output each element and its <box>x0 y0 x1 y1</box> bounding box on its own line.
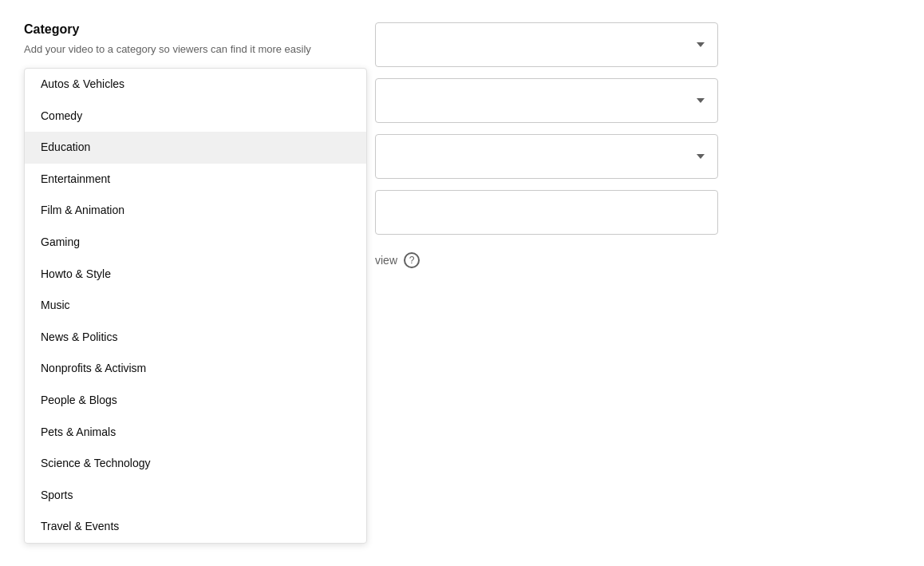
category-section: Category Add your video to a category so… <box>0 0 924 566</box>
category-dropdown-list[interactable]: Autos & VehiclesComedyEducationEntertain… <box>24 68 367 544</box>
category-item-gaming[interactable]: Gaming <box>25 227 366 259</box>
category-item-entertainment[interactable]: Entertainment <box>25 164 366 196</box>
category-item-pets-animals[interactable]: Pets & Animals <box>25 417 366 449</box>
category-item-howto-style[interactable]: Howto & Style <box>25 259 366 291</box>
chevron-down-icon-2 <box>697 98 705 103</box>
category-item-sports[interactable]: Sports <box>25 480 366 512</box>
chevron-down-icon-1 <box>697 42 705 47</box>
select-box-3[interactable] <box>375 134 718 179</box>
preview-text: view <box>375 254 397 267</box>
category-item-science-technology[interactable]: Science & Technology <box>25 448 366 480</box>
category-item-people-blogs[interactable]: People & Blogs <box>25 385 366 417</box>
right-panel: view ? <box>375 22 718 268</box>
category-item-comedy[interactable]: Comedy <box>25 101 366 133</box>
category-item-music[interactable]: Music <box>25 290 366 322</box>
preview-row: view ? <box>375 252 718 268</box>
category-item-nonprofits-activism[interactable]: Nonprofits & Activism <box>25 353 366 385</box>
select-box-1[interactable] <box>375 22 718 67</box>
text-area-box[interactable] <box>375 190 718 235</box>
category-item-travel-events[interactable]: Travel & Events <box>25 511 366 543</box>
chevron-down-icon-3 <box>697 154 705 159</box>
select-box-2[interactable] <box>375 78 718 123</box>
category-item-film-animation[interactable]: Film & Animation <box>25 195 366 227</box>
category-item-autos-vehicles[interactable]: Autos & Vehicles <box>25 69 366 101</box>
help-icon[interactable]: ? <box>404 252 420 268</box>
category-item-education[interactable]: Education <box>25 132 366 164</box>
category-item-news-politics[interactable]: News & Politics <box>25 322 366 354</box>
